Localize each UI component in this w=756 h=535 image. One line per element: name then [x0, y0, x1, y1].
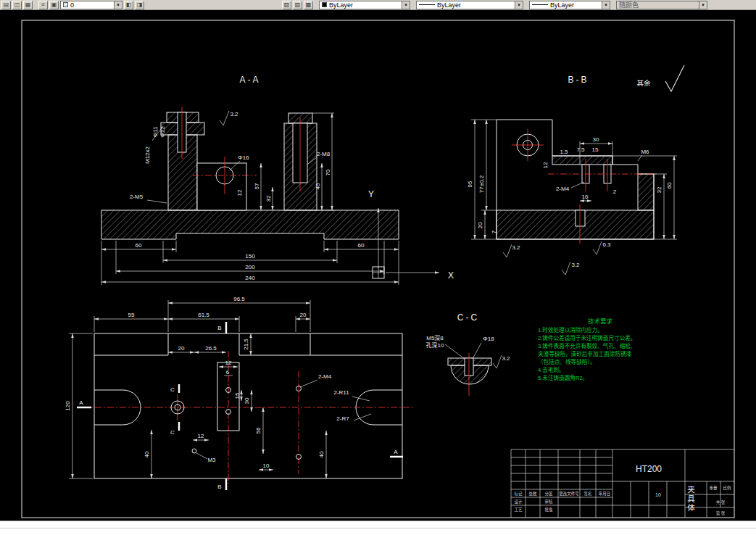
make-object-layer-current-button[interactable]: ◧	[124, 1, 133, 9]
view-bb: B-B 其余 95 77±0.2 30 7.5 15 1.5 12 2-M4 1…	[467, 65, 684, 275]
dim-label: 2	[613, 188, 617, 195]
properties-button[interactable]: ▨	[293, 1, 302, 9]
dim-label: 20	[300, 312, 307, 318]
dim-label: 2-R7	[336, 415, 349, 422]
tb-cell-label: 签名	[583, 491, 591, 497]
note-line: 1.时效处理以消除内应力。	[538, 326, 603, 333]
tb-cell-label: 处数	[528, 491, 537, 497]
dim-label: 45	[315, 183, 321, 189]
lineweight-value: ByLayer	[550, 1, 574, 9]
command-line[interactable]	[0, 521, 756, 535]
dim-label: 120	[65, 401, 71, 411]
chevron-down-icon[interactable]: ▼	[515, 1, 523, 9]
tb-cell-label: 更改文件号	[559, 491, 579, 497]
view-cc: C-C M5深8 孔深10 Φ18 3.2	[426, 312, 511, 396]
dim-label: 200	[245, 264, 255, 270]
note-line: 夹渣等缺陷，清砂后非加工面涂防锈漆	[538, 350, 631, 357]
dim-label: 12	[198, 433, 204, 439]
dim-label: 15	[592, 146, 599, 153]
tb-cell-label: 审核	[544, 499, 553, 505]
drawing-canvas[interactable]: A-A M12x2 Φ11 Φ22 Φ16 2-M8 2-M5 70 45 57…	[0, 10, 756, 521]
toolbar-separator	[612, 1, 615, 9]
depth-label: 孔深10	[426, 342, 444, 349]
view-aa: A-A M12x2 Φ11 Φ22 Φ16 2-M8 2-M5 70 45 57…	[101, 75, 399, 285]
match-properties-button[interactable]: ▧	[282, 1, 291, 9]
layer-value: 0	[70, 1, 74, 9]
dim-label: 70	[325, 169, 331, 175]
section-title: B-B	[568, 75, 589, 85]
rest-surface-note: 其余	[636, 79, 651, 87]
tb-cell-label: 比例	[723, 485, 731, 491]
note-line: 2.铸件公差适用于未注明铸造尺寸公差。	[538, 334, 636, 341]
chevron-down-icon[interactable]: ▼	[699, 1, 707, 9]
dim-label: 2-M4	[318, 373, 332, 380]
chevron-down-icon[interactable]: ▼	[114, 1, 122, 9]
tb-cell-label: 标记	[514, 491, 523, 497]
color-swatch	[322, 2, 327, 7]
dim-label: 55	[128, 312, 135, 318]
part-name-vertical: 夹具体	[686, 483, 697, 516]
dim-label: 30	[244, 397, 250, 404]
dim-label: Φ22	[159, 126, 166, 138]
section-mark: B	[217, 325, 221, 331]
title-block: HT200 10 标记 处数 分区 更改文件号 签名 年月日 设计 审核 工艺 …	[511, 449, 734, 518]
toolbar-separator	[525, 1, 528, 9]
note-line: 3.铸件表面不允许有裂纹、气孔、缩松、	[538, 342, 636, 349]
dim-label: M12x2	[144, 146, 151, 164]
dim-label: 32	[656, 186, 662, 193]
open-file-button[interactable]: ◫	[12, 1, 22, 9]
drawing-svg: A-A M12x2 Φ11 Φ22 Φ16 2-M8 2-M5 70 45 57…	[0, 10, 756, 521]
tb-cell-label: 批准	[544, 507, 553, 513]
dim-label: 60	[358, 242, 365, 249]
section-mark: C	[170, 429, 175, 436]
note-line: 4.去毛刺。	[538, 366, 565, 373]
tb-cell-label: 共 张	[716, 499, 726, 505]
dim-label: 57	[254, 183, 260, 189]
dim-label: 40	[318, 451, 325, 457]
dim-label: 95	[467, 181, 473, 187]
layer-combo[interactable]: 0 ▼	[60, 1, 122, 9]
dim-label: 60	[136, 242, 142, 249]
dim-label: 30	[593, 136, 599, 143]
plotstyle-value: 随颜色	[619, 1, 639, 9]
dim-label: Φ16	[238, 154, 249, 161]
layers-button[interactable]: ▣	[49, 1, 59, 9]
layer-previous-button[interactable]: ◨	[135, 1, 144, 9]
y-axis-label: Y	[368, 189, 374, 199]
dim-label: 56	[255, 427, 262, 434]
linetype-sample-icon	[419, 4, 435, 5]
chevron-down-icon[interactable]: ▼	[602, 1, 610, 9]
dim-label: 40	[144, 451, 150, 457]
tool-button[interactable]: ▩	[304, 1, 313, 9]
sheet-border	[22, 20, 734, 518]
tb-cell-label: 分区	[544, 491, 553, 497]
dim-label: Φ11	[152, 126, 159, 137]
dim-label: 60	[666, 182, 673, 188]
view-plan: 96.5 55 61.5 20 120 20 26.5 21.5 12 6 15…	[65, 296, 415, 490]
dim-label: 20	[178, 345, 185, 352]
save-button[interactable]: ▦	[23, 1, 33, 9]
surface-finish-label: 6.3	[602, 241, 611, 248]
section-title: C-C	[457, 312, 479, 323]
dim-label: 2-M8	[317, 151, 331, 157]
dim-label: 20	[477, 222, 483, 228]
toolbar: ▤ ◫ ▦ ≡ ▣ 0 ▼ ◧ ◨ ▧ ▨ ▩ ByLayer ▼ ByLaye…	[0, 0, 756, 10]
section-title: A-A	[239, 75, 260, 85]
lineweight-combo[interactable]: ByLayer ▼	[529, 1, 610, 9]
linetype-combo[interactable]: ByLayer ▼	[416, 1, 523, 9]
dim-label: M6	[641, 149, 649, 155]
chevron-down-icon[interactable]: ▼	[402, 1, 410, 9]
surface-finish-label: 3.2	[230, 111, 238, 117]
tb-cell-label: 设计	[514, 499, 523, 505]
dim-label: 26.5	[205, 345, 217, 352]
dim-label: 10	[263, 463, 270, 469]
dim-label: 7	[491, 230, 497, 233]
command-history	[0, 521, 756, 528]
new-file-button[interactable]: ▤	[1, 1, 11, 9]
toolbar-separator	[315, 1, 317, 9]
toolbar-separator	[412, 1, 415, 9]
color-combo[interactable]: ByLayer ▼	[319, 1, 410, 9]
plotstyle-combo[interactable]: 随颜色 ▼	[616, 1, 707, 9]
layer-properties-button[interactable]: ≡	[38, 1, 48, 9]
notes-title: 技术要求	[588, 318, 613, 325]
